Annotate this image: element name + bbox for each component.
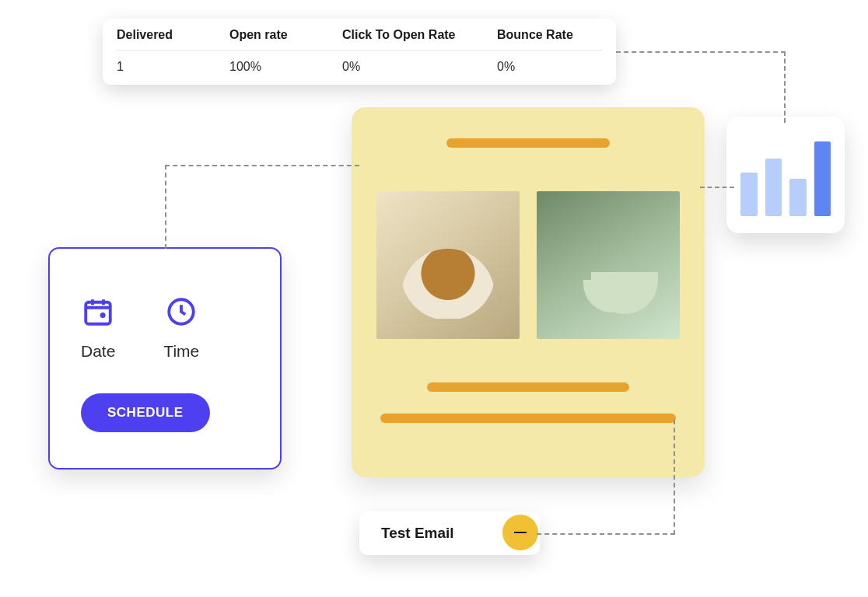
connector-line — [537, 533, 675, 535]
placeholder-line-2 — [380, 414, 676, 423]
schedule-button[interactable]: SCHEDULE — [81, 393, 210, 432]
stats-headers: Delivered Open rate Click To Open Rate B… — [117, 28, 602, 51]
bar-chart-icon — [765, 159, 782, 216]
test-email-label: Test Email — [381, 525, 454, 542]
placeholder-heading — [446, 138, 610, 148]
svg-point-1 — [100, 312, 106, 318]
email-image-right — [537, 191, 680, 339]
col-bounce-rate-val: 0% — [497, 60, 602, 74]
connector-line — [165, 165, 166, 249]
connector-line — [165, 165, 359, 166]
col-open-rate-head: Open rate — [229, 28, 334, 42]
stats-card: Delivered Open rate Click To Open Rate B… — [103, 19, 616, 85]
connector-line — [700, 187, 734, 188]
bar-chart-icon — [814, 141, 831, 216]
email-image-left — [376, 191, 520, 339]
bar-chart-icon — [789, 179, 807, 216]
connector-line — [616, 51, 786, 53]
col-bounce-rate-head: Bounce Rate — [497, 28, 602, 42]
col-cto-rate-head: Click To Open Rate — [342, 28, 489, 42]
connector-line — [784, 51, 786, 123]
time-label: Time — [163, 342, 199, 361]
col-open-rate-val: 100% — [229, 60, 334, 74]
placeholder-line-1 — [427, 382, 629, 392]
date-label: Date — [81, 342, 115, 361]
analytics-chart[interactable] — [726, 117, 845, 233]
stats-values: 1 100% 0% 0% — [117, 51, 602, 74]
date-picker[interactable]: Date — [81, 295, 115, 361]
svg-rect-0 — [86, 302, 110, 324]
connector-node-icon — [502, 515, 538, 550]
col-cto-rate-val: 0% — [342, 60, 489, 74]
bar-chart-icon — [740, 173, 758, 216]
calendar-icon — [81, 295, 115, 328]
email-preview — [352, 107, 705, 477]
connector-line — [674, 420, 675, 535]
clock-icon — [163, 295, 199, 328]
col-delivered-val: 1 — [117, 60, 222, 74]
schedule-card: Date Time SCHEDULE — [48, 247, 282, 470]
time-picker[interactable]: Time — [163, 295, 199, 361]
col-delivered-head: Delivered — [117, 28, 222, 42]
